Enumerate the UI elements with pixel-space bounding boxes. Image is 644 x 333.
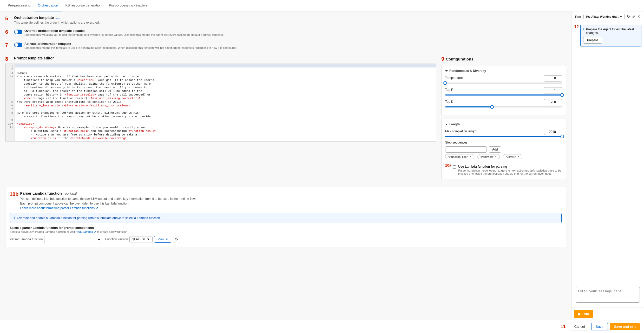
bottom-bar: 11 Cancel Save Save and exit [0,320,644,333]
top-nav: Pre-processing Orchestration KB response… [0,0,644,11]
editor-line: 4▼ You are a research assistant AI that … [5,75,436,78]
temperature-slider-row [445,83,562,84]
editor-line: information if necessary to better answe… [5,86,436,89]
tab-orchestration[interactable]: Orchestration [34,0,62,11]
parser-lambda-select[interactable] [44,236,101,243]
close-test-icon[interactable]: ✕ [637,15,640,19]
stop-tag-function-call: </function_call> ✕ [445,154,474,159]
aws-lambda-link[interactable]: AWS Lambda ↗ [76,230,96,233]
activate-toggle-label: Activate orchestration template [24,42,237,46]
save-and-exit-button[interactable]: Save and exit [610,323,640,330]
top-k-input[interactable] [544,99,562,105]
remove-tag-function-call[interactable]: ✕ [469,155,471,158]
version-dropdown[interactable]: $LATEST ▼ [129,236,153,242]
randomness-section: Randomness & Diversity Temperature [441,65,566,115]
top-p-slider[interactable] [445,94,562,96]
editor-line: 9 [5,118,436,122]
remove-tag-answer[interactable]: ✕ [495,155,497,158]
step-9-badge: 9 [441,56,444,62]
prepare-button[interactable]: Prepare [583,37,602,44]
editor-line: 1 [5,64,436,67]
top-p-input[interactable] [544,87,562,93]
stop-tag-error: </error> ✕ [503,154,522,159]
editor-config-panel: 5 Orchestration template info This templ… [0,11,571,320]
info-icon: ℹ [14,216,15,220]
editor-line: 2 [5,67,436,71]
editor-line: call a function, the result of the funct… [5,89,436,93]
editor-line: question to the best of your ability, us… [5,82,436,86]
randomness-header[interactable]: Randomness & Diversity [445,69,562,73]
select-lambda-section: Select a parser Lambda function for prom… [10,226,562,243]
step-6-badge: 6 [5,29,12,35]
parser-lambda-title: Parser Lambda function - optional [20,191,196,195]
editor-line: access to functions that may or may not … [5,115,436,118]
prompt-editor[interactable]: 1 2 3 Human: 4▼ You [5,64,436,141]
step-11-badge: 11 [561,324,566,329]
length-header[interactable]: Length [445,123,562,126]
activate-toggle-desc: Enabling this means this template is use… [24,46,237,49]
orchestration-template-desc: This template defines the order in which… [14,21,100,24]
lambda-parsing-checkbox[interactable] [453,165,456,169]
override-toggle-desc: Enabling this will allow you to edit the… [24,33,224,36]
editor-line: 3 Human: [5,71,436,75]
editor-line: 10▼ <examples> [5,122,436,126]
config-title: Configurations [446,57,474,61]
editor-line: conversation history in <function_result… [5,93,436,97]
stop-sequences-input-row: Add [445,146,562,153]
save-button[interactable]: Save [591,323,608,330]
top-k-slider-row [445,106,562,107]
test-header: Test TestAlias: Working draft ▼ ↻ ⤢ ✕ [571,11,644,22]
info-link[interactable]: info [55,17,60,20]
prompt-editor-title: Prompt template editor [14,56,54,60]
top-p-row: Top P [445,87,562,96]
add-stop-sequence-button[interactable]: Add [489,146,501,153]
editor-line: >. Notice that you are free to think bef… [5,133,436,137]
message-input[interactable] [576,287,640,303]
temperature-slider[interactable] [445,83,562,84]
editor-line: 11 <example_docstring> Here is an exampl… [5,126,436,129]
refresh-lambda-button[interactable]: ↻ [173,236,180,243]
step-5-badge: 5 [5,16,12,22]
stop-sequences-row: Stop sequences Add </function_call> ✕ [445,141,562,159]
cancel-button[interactable]: Cancel [570,323,589,330]
top-k-slider[interactable] [445,106,562,107]
max-completion-slider-row [445,136,562,137]
tab-kb-response[interactable]: KB response generation [62,0,105,11]
refresh-test-icon[interactable]: ↻ [627,15,630,19]
step-7-badge: 7 [5,42,12,48]
editor-line: 12▼ <example> [5,140,436,141]
alias-dropdown[interactable]: TestAlias: Working draft ▼ [583,14,625,19]
tab-preprocessing[interactable]: Pre-processing [4,0,34,11]
top-p-slider-row [445,94,562,96]
stop-tag-answer: </answer> ✕ [477,154,500,159]
activate-toggle[interactable] [14,43,22,47]
orchestration-template-title: Orchestration template [14,16,54,20]
tab-postprocessing[interactable]: Post-processing - inactive [105,0,151,11]
editor-line: <error> tags (if the function failed). $… [5,97,436,100]
lambda-docs-link[interactable]: Learn more about formatting parser Lambd… [20,206,98,210]
override-toggle[interactable] [14,30,22,34]
max-completion-input[interactable] [544,129,562,135]
parser-lambda-section: 10b Parser Lambda function - optional Yo… [5,187,566,247]
stop-sequence-input[interactable] [445,146,487,153]
override-toggle-label: Override orchestration template defaults [24,29,224,33]
view-lambda-button[interactable]: View ↗ [154,236,171,243]
lambda-info-banner: ℹ Override and enable a Lambda function … [10,213,562,223]
run-button[interactable]: ▶ Run [574,310,593,318]
message-input-container [571,283,644,308]
message-input-area [571,49,644,283]
stop-sequence-tags: </function_call> ✕ </answer> ✕ </error> … [445,154,562,159]
remove-tag-error[interactable]: ✕ [517,155,520,158]
expand-test-icon[interactable]: ⤢ [632,15,635,19]
lambda-select-desc: Select a previously created Lambda funct… [10,230,562,234]
max-completion-slider[interactable] [445,136,562,137]
step-10b-badge: 10b [10,191,18,197]
editor-line: <function_call> in the <scratchpad>.</ex… [5,137,436,140]
step-8-badge: 8 [5,56,12,62]
parser-lambda-controls: Parser Lambda function Function version … [10,236,562,243]
step-10a-badge: 10a [445,163,451,167]
temperature-input[interactable] [544,75,562,81]
length-section: Length Max completion length [441,119,566,179]
editor-line: a question using a <function_call> and t… [5,129,436,133]
top-k-row: Top K [445,99,562,107]
